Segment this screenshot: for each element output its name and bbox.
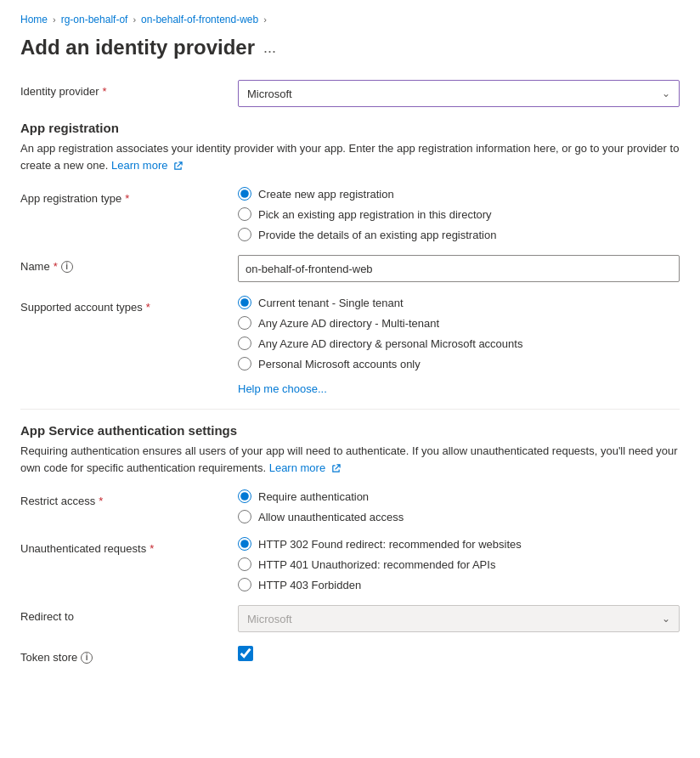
radio-http-401-input[interactable]: [238, 557, 251, 571]
breadcrumb-sep-3: ›: [263, 14, 267, 25]
breadcrumb-app[interactable]: on-behalf-of-frontend-web: [141, 14, 258, 25]
radio-any-azure-personal-input[interactable]: [238, 337, 251, 350]
radio-current-tenant-input[interactable]: [238, 296, 251, 309]
identity-provider-value: Microsoft: [247, 88, 292, 100]
name-required: *: [54, 260, 58, 273]
token-store-info-icon[interactable]: i: [81, 652, 93, 664]
radio-http-403[interactable]: HTTP 403 Forbidden: [238, 578, 680, 591]
radio-pick-existing-label: Pick an existing app registration in thi…: [258, 208, 492, 221]
restrict-access-group: Require authentication Allow unauthentic…: [238, 489, 680, 523]
breadcrumb: Home › rg-on-behalf-of › on-behalf-of-fr…: [20, 14, 680, 25]
token-store-checkbox[interactable]: [238, 646, 253, 661]
identity-provider-control: Microsoft ⌄: [238, 80, 680, 107]
app-registration-section: App registration An app registration ass…: [20, 121, 680, 395]
unauthenticated-group: HTTP 302 Found redirect: recommended for…: [238, 537, 680, 591]
radio-require-auth-input[interactable]: [238, 489, 251, 503]
radio-any-azure-personal-label: Any Azure AD directory & personal Micros…: [258, 337, 522, 350]
radio-http-302-label: HTTP 302 Found redirect: recommended for…: [258, 538, 522, 551]
breadcrumb-home[interactable]: Home: [20, 14, 48, 25]
radio-provide-details-input[interactable]: [238, 228, 251, 241]
name-info-icon[interactable]: i: [61, 261, 73, 273]
app-registration-learn-more[interactable]: Learn more: [111, 159, 167, 172]
restrict-access-row: Restrict access * Require authentication…: [20, 489, 680, 523]
identity-provider-row: Identity provider * Microsoft ⌄: [20, 80, 680, 107]
redirect-to-label: Redirect to: [20, 605, 224, 623]
unauthenticated-required: *: [150, 542, 154, 555]
redirect-to-row: Redirect to Microsoft ⌄: [20, 605, 680, 632]
name-control: [238, 255, 680, 282]
restrict-access-required: *: [99, 495, 103, 507]
radio-http-401[interactable]: HTTP 401 Unauthorized: recommended for A…: [238, 557, 680, 571]
redirect-to-chevron: ⌄: [662, 613, 670, 625]
identity-provider-required: *: [103, 85, 107, 98]
radio-any-azure-ad[interactable]: Any Azure AD directory - Multi-tenant: [238, 316, 680, 330]
app-registration-type-required: *: [125, 192, 129, 205]
radio-pick-existing[interactable]: Pick an existing app registration in thi…: [238, 207, 680, 221]
account-types-row: Supported account types * Current tenant…: [20, 296, 680, 395]
identity-provider-chevron: ⌄: [662, 88, 670, 99]
radio-create-new-label: Create new app registration: [258, 188, 394, 201]
app-service-section: App Service authentication settings Requ…: [20, 423, 680, 664]
breadcrumb-rg[interactable]: rg-on-behalf-of: [61, 14, 128, 25]
unauthenticated-row: Unauthenticated requests * HTTP 302 Foun…: [20, 537, 680, 591]
restrict-access-label: Restrict access *: [20, 489, 224, 507]
name-label: Name * i: [20, 255, 224, 273]
radio-http-302-input[interactable]: [238, 537, 251, 551]
account-types-required: *: [146, 301, 150, 314]
radio-provide-details-label: Provide the details of an existing app r…: [258, 229, 496, 241]
breadcrumb-sep-2: ›: [133, 14, 136, 25]
token-store-control: [238, 646, 680, 664]
app-registration-heading: App registration: [20, 121, 680, 135]
radio-allow-unauth-label: Allow unauthenticated access: [258, 511, 404, 523]
radio-create-new-input[interactable]: [238, 187, 251, 201]
radio-current-tenant[interactable]: Current tenant - Single tenant: [238, 296, 680, 309]
app-registration-type-group: Create new app registration Pick an exis…: [238, 187, 680, 241]
app-service-learn-more-icon: [331, 464, 341, 473]
app-registration-type-label: App registration type *: [20, 187, 224, 205]
radio-http-403-label: HTTP 403 Forbidden: [258, 579, 361, 591]
radio-http-403-input[interactable]: [238, 578, 251, 591]
radio-allow-unauth-input[interactable]: [238, 510, 251, 523]
identity-provider-select[interactable]: Microsoft ⌄: [238, 80, 680, 107]
learn-more-external-icon: [173, 161, 183, 171]
radio-personal-only[interactable]: Personal Microsoft accounts only: [238, 357, 680, 371]
radio-create-new[interactable]: Create new app registration: [238, 187, 680, 201]
page-more-options[interactable]: ...: [263, 39, 276, 57]
redirect-to-control: Microsoft ⌄: [238, 605, 680, 632]
account-types-group: Current tenant - Single tenant Any Azure…: [238, 296, 680, 395]
radio-any-azure-personal[interactable]: Any Azure AD directory & personal Micros…: [238, 337, 680, 350]
radio-pick-existing-input[interactable]: [238, 207, 251, 221]
radio-provide-details[interactable]: Provide the details of an existing app r…: [238, 228, 680, 241]
radio-current-tenant-label: Current tenant - Single tenant: [258, 297, 404, 309]
redirect-to-value: Microsoft: [247, 613, 292, 625]
section-divider: [20, 409, 680, 410]
identity-provider-label: Identity provider *: [20, 80, 224, 98]
radio-personal-only-input[interactable]: [238, 357, 251, 371]
help-me-choose-link[interactable]: Help me choose...: [238, 382, 680, 395]
breadcrumb-sep-1: ›: [53, 14, 56, 25]
app-registration-desc: An app registration associates your iden…: [20, 140, 680, 173]
page-title-row: Add an identity provider ...: [20, 36, 680, 59]
name-row: Name * i: [20, 255, 680, 282]
account-types-label: Supported account types *: [20, 296, 224, 314]
radio-any-azure-ad-input[interactable]: [238, 316, 251, 330]
app-service-heading: App Service authentication settings: [20, 423, 680, 438]
radio-require-auth-label: Require authentication: [258, 490, 369, 503]
token-store-label: Token store i: [20, 646, 224, 664]
radio-any-azure-ad-label: Any Azure AD directory - Multi-tenant: [258, 317, 439, 330]
app-service-learn-more[interactable]: Learn more: [269, 461, 325, 474]
page-title: Add an identity provider: [20, 36, 255, 59]
redirect-to-select: Microsoft ⌄: [238, 605, 680, 632]
radio-allow-unauth[interactable]: Allow unauthenticated access: [238, 510, 680, 523]
radio-require-auth[interactable]: Require authentication: [238, 489, 680, 503]
radio-http-401-label: HTTP 401 Unauthorized: recommended for A…: [258, 558, 495, 571]
unauthenticated-label: Unauthenticated requests *: [20, 537, 224, 555]
name-input[interactable]: [238, 255, 680, 282]
app-service-desc: Requiring authentication ensures all use…: [20, 443, 680, 476]
radio-personal-only-label: Personal Microsoft accounts only: [258, 358, 421, 371]
radio-http-302[interactable]: HTTP 302 Found redirect: recommended for…: [238, 537, 680, 551]
app-registration-type-row: App registration type * Create new app r…: [20, 187, 680, 241]
token-store-row: Token store i: [20, 646, 680, 664]
